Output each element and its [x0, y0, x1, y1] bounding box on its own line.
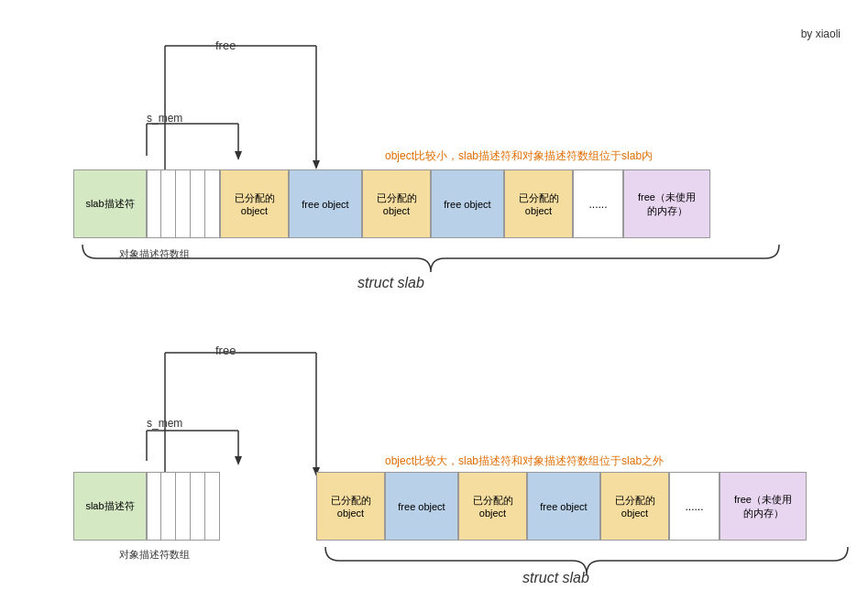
- bottom-free1-text: free object: [398, 501, 445, 512]
- bottom-slab-desc-text: slab描述符: [85, 499, 134, 513]
- bottom-allocated-1: 已分配的 object: [316, 472, 385, 541]
- top-slab-desc-text: slab描述符: [85, 197, 134, 211]
- top-alloc2-text: 已分配的 object: [377, 191, 417, 216]
- bottom-alloc1-text: 已分配的 object: [331, 494, 371, 519]
- bottom-free-unused-text: free（未使用 的内存）: [734, 493, 792, 520]
- bottom-free-unused: free（未使用 的内存）: [720, 472, 807, 541]
- bottom-allocated-3: 已分配的 object: [600, 472, 669, 541]
- bottom-obj-cell-4: [191, 473, 205, 540]
- svg-marker-7: [235, 151, 242, 160]
- bottom-struct-slab-label: struct slab: [522, 570, 589, 586]
- bottom-alloc2-text: 已分配的 object: [473, 494, 513, 519]
- top-brace-svg: [73, 240, 788, 286]
- top-smem-label: s_mem: [147, 112, 182, 125]
- by-xiaoli-label: by xiaoli: [801, 27, 841, 40]
- top-alloc3-text: 已分配的 object: [519, 191, 559, 216]
- top-arrows-svg: [55, 37, 422, 183]
- bottom-obj-cell-1: [147, 473, 161, 540]
- bottom-free-obj-1: free object: [385, 472, 458, 541]
- top-free-unused: free（未使用 的内存）: [623, 169, 710, 238]
- bottom-obj-cell-5: [205, 473, 220, 540]
- bottom-left-blocks: slab描述符: [73, 472, 220, 541]
- bottom-dots: ......: [669, 472, 720, 541]
- bottom-note: object比较大，slab描述符和对象描述符数组位于slab之外: [385, 453, 664, 469]
- top-obj-cell-2: [161, 170, 176, 237]
- top-obj-cell-5: [205, 170, 220, 237]
- top-struct-slab-label: struct slab: [357, 275, 424, 291]
- top-free1-text: free object: [302, 199, 348, 210]
- top-allocated-1: 已分配的 object: [220, 169, 289, 238]
- bottom-right-blocks: 已分配的 object free object 已分配的 object free…: [316, 472, 807, 541]
- top-obj-cell-4: [191, 170, 205, 237]
- svg-marker-3: [313, 160, 320, 169]
- top-dots: ......: [573, 169, 623, 238]
- bottom-obj-desc-label: 对象描述符数组: [119, 548, 190, 562]
- bottom-dots-text: ......: [685, 500, 703, 513]
- top-alloc1-text: 已分配的 object: [235, 191, 275, 216]
- diagram-container: by xiaoli free object比较小，slab描述符和对象描述符数组…: [0, 0, 868, 590]
- bottom-free2-text: free object: [540, 501, 587, 512]
- bottom-obj-cell-2: [161, 473, 176, 540]
- top-dots-text: ......: [588, 198, 607, 211]
- top-slab-desc-block: slab描述符: [73, 169, 147, 238]
- bottom-slab-desc-block: slab描述符: [73, 472, 147, 541]
- bottom-allocated-2: 已分配的 object: [458, 472, 527, 541]
- top-allocated-3: 已分配的 object: [504, 169, 573, 238]
- top-free-label: free: [215, 38, 236, 52]
- top-free2-text: free object: [444, 199, 490, 210]
- top-free-obj-1: free object: [289, 169, 362, 238]
- top-free-unused-text: free（未使用 的内存）: [638, 191, 696, 218]
- bottom-smem-label: s_mem: [147, 417, 182, 430]
- top-obj-cell-3: [176, 170, 191, 237]
- bottom-obj-desc-group: [147, 472, 220, 541]
- bottom-arrows-svg: [55, 344, 422, 490]
- top-obj-desc-group: [147, 169, 220, 238]
- svg-marker-15: [235, 456, 242, 465]
- top-free-obj-2: free object: [431, 169, 504, 238]
- bottom-alloc3-text: 已分配的 object: [615, 494, 655, 519]
- top-blocks-row: slab描述符 已分配的 object free object 已分配的 obj…: [73, 169, 710, 238]
- top-allocated-2: 已分配的 object: [362, 169, 431, 238]
- top-obj-cell-1: [147, 170, 161, 237]
- bottom-brace-svg: [316, 542, 866, 588]
- bottom-free-obj-2: free object: [527, 472, 600, 541]
- top-note: object比较小，slab描述符和对象描述符数组位于slab内: [385, 148, 653, 164]
- bottom-obj-cell-3: [176, 473, 191, 540]
- bottom-free-label: free: [215, 344, 236, 357]
